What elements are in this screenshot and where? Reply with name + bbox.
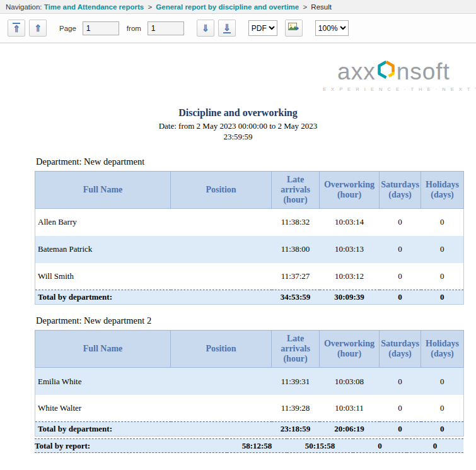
- cell-holidays: 0: [421, 263, 464, 290]
- first-page-button[interactable]: ⇑: [8, 20, 25, 37]
- cell-saturdays: 0: [380, 209, 421, 236]
- last-page-button[interactable]: ⇓: [218, 20, 236, 37]
- breadcrumb: Navigation: Time and Attendance reports …: [0, 0, 476, 14]
- report-total-holidays: 0: [407, 439, 463, 453]
- cell-saturdays: 0: [380, 368, 421, 395]
- total-late-arrivals: 23:18:59: [272, 422, 320, 437]
- table-header-row: Full Name Position Late arrivals (hour) …: [35, 171, 464, 208]
- logo-text-left: axx: [337, 60, 376, 83]
- total-by-department-label: Total by department:: [35, 422, 272, 437]
- zoom-select[interactable]: 100%: [315, 20, 349, 36]
- column-header-holidays: Holidays (days): [421, 331, 464, 368]
- next-page-icon: ⇓: [202, 23, 210, 33]
- nav-label: Navigation:: [6, 3, 42, 11]
- total-late-arrivals: 34:53:59: [272, 290, 320, 305]
- department-2-label: Department: New department 2: [36, 315, 476, 326]
- from-label: from: [127, 25, 141, 32]
- cell-late-arrivals: 11:39:28: [272, 395, 320, 422]
- table-row: Will Smith 11:37:27 10:03:12 0 0: [35, 263, 464, 290]
- logo-text-right: nsoft: [397, 60, 450, 83]
- cell-late-arrivals: 11:38:00: [272, 236, 320, 263]
- total-overworking: 20:06:19: [320, 422, 380, 437]
- cell-overworking: 10:03:11: [320, 395, 380, 422]
- discipline-table-department-1: Full Name Position Late arrivals (hour) …: [35, 171, 464, 305]
- axxonsoft-wordmark: axx nsoft: [323, 60, 465, 83]
- column-header-late-arrivals: Late arrivals (hour): [272, 171, 320, 208]
- column-header-late-arrivals: Late arrivals (hour): [272, 331, 320, 368]
- column-header-overworking: Overworking (hour): [320, 171, 380, 208]
- report-total-overworking: 50:15:58: [287, 439, 353, 453]
- total-saturdays: 0: [380, 290, 421, 305]
- report-total-row: Total by report: 58:12:58 50:15:58 0 0: [35, 439, 463, 453]
- table-row: White Walter 11:39:28 10:03:11 0 0: [35, 395, 464, 422]
- table-row: Emilia White 11:39:31 10:03:08 0 0: [35, 368, 464, 395]
- logo-tagline: E X P E R I E N C E · T H E · N E X T °: [323, 86, 465, 92]
- export-button[interactable]: [285, 20, 303, 37]
- breadcrumb-separator: >: [148, 3, 152, 11]
- cell-position: [171, 395, 272, 422]
- total-saturdays: 0: [380, 422, 421, 437]
- cell-position: [171, 209, 272, 236]
- cell-overworking: 10:03:13: [320, 236, 380, 263]
- cell-full-name: Will Smith: [35, 263, 171, 290]
- next-page-button[interactable]: ⇓: [197, 20, 214, 37]
- report-title: Discipline and overworking: [0, 107, 476, 119]
- cell-full-name: White Walter: [35, 395, 171, 422]
- nav-link-general-report[interactable]: General report by discipline and overtim…: [156, 3, 299, 11]
- cell-full-name: Bateman Patrick: [35, 236, 171, 263]
- cell-position: [171, 263, 272, 290]
- column-header-holidays: Holidays (days): [421, 171, 464, 208]
- department-1-label: Department: New department: [36, 156, 476, 167]
- total-overworking: 30:09:39: [320, 290, 380, 305]
- column-header-position: Position: [171, 171, 272, 208]
- report-total-table: Total by report: 58:12:58 50:15:58 0 0: [35, 438, 463, 453]
- cell-holidays: 0: [421, 368, 464, 395]
- cell-late-arrivals: 11:37:27: [272, 263, 320, 290]
- logo-hexagon-icon: [376, 60, 396, 83]
- report-total-late-arrivals: 58:12:58: [227, 439, 287, 453]
- cell-saturdays: 0: [380, 395, 421, 422]
- page-count-input[interactable]: [148, 21, 184, 35]
- report-total-saturdays: 0: [353, 439, 407, 453]
- table-row: Bateman Patrick 11:38:00 10:03:13 0 0: [35, 236, 464, 263]
- cell-overworking: 10:03:08: [320, 368, 380, 395]
- report-date-line2: 23:59:59: [0, 132, 476, 143]
- column-header-full-name: Full Name: [35, 331, 171, 368]
- breadcrumb-separator: >: [303, 3, 307, 11]
- page-number-input[interactable]: [83, 21, 119, 35]
- column-header-overworking: Overworking (hour): [320, 331, 380, 368]
- cell-late-arrivals: 11:38:32: [272, 209, 320, 236]
- total-by-department-label: Total by department:: [35, 290, 272, 305]
- report-date-range: Date: from 2 May 2023 00:00:00 to 2 May …: [0, 121, 476, 143]
- page-label: Page: [59, 25, 76, 32]
- nav-current-result: Result: [311, 3, 332, 11]
- first-page-icon: ⇑: [13, 23, 21, 33]
- cell-full-name: Allen Barry: [35, 209, 171, 236]
- department-total-row: Total by department: 23:18:59 20:06:19 0…: [35, 422, 464, 437]
- column-header-saturdays: Saturdays (days): [380, 171, 421, 208]
- export-format-select[interactable]: PDF: [248, 20, 277, 36]
- cell-late-arrivals: 11:39:31: [272, 368, 320, 395]
- previous-page-button[interactable]: ⇑: [29, 20, 47, 37]
- cell-holidays: 0: [421, 395, 464, 422]
- cell-position: [171, 368, 272, 395]
- cell-overworking: 10:03:12: [320, 263, 380, 290]
- report-date-line1: Date: from 2 May 2023 00:00:00 to 2 May …: [0, 121, 476, 132]
- total-by-report-label: Total by report:: [35, 439, 227, 453]
- column-header-full-name: Full Name: [35, 171, 171, 208]
- total-holidays: 0: [421, 422, 464, 437]
- table-row: Allen Barry 11:38:32 10:03:14 0 0: [35, 209, 464, 236]
- nav-link-time-attendance-reports[interactable]: Time and Attendance reports: [44, 3, 144, 11]
- cell-full-name: Emilia White: [35, 368, 171, 395]
- cell-holidays: 0: [421, 209, 464, 236]
- table-header-row: Full Name Position Late arrivals (hour) …: [35, 331, 464, 368]
- cell-overworking: 10:03:14: [320, 209, 380, 236]
- previous-page-icon: ⇑: [34, 23, 42, 33]
- axxonsoft-logo: axx nsoft E X P E R I E N C E · T H E · …: [323, 60, 465, 92]
- cell-holidays: 0: [421, 236, 464, 263]
- report-viewer-toolbar: ⇑ ⇑ Page from ⇓ ⇓ PDF 100%: [0, 14, 476, 44]
- column-header-saturdays: Saturdays (days): [380, 331, 421, 368]
- discipline-table-department-2: Full Name Position Late arrivals (hour) …: [35, 330, 464, 437]
- report-page: axx nsoft E X P E R I E N C E · T H E · …: [0, 60, 476, 453]
- last-page-icon: ⇓: [223, 23, 231, 33]
